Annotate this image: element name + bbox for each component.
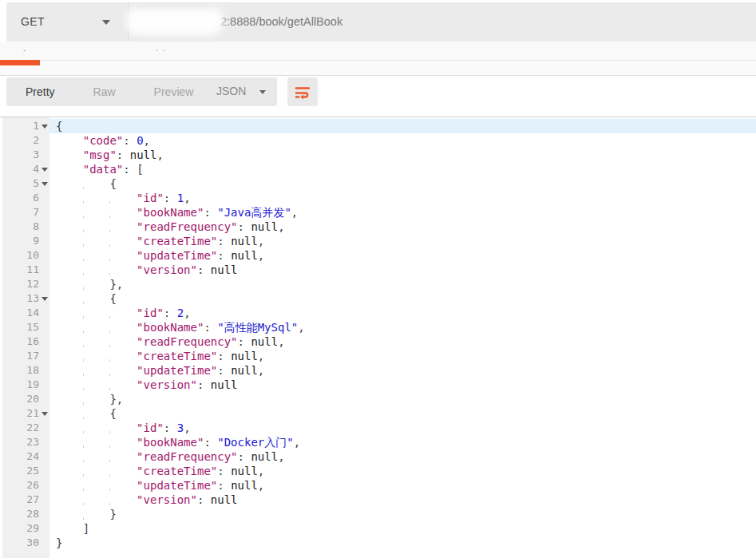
code-text: { xyxy=(49,291,756,306)
url-input[interactable]: 2:8888/book/getAllBook xyxy=(220,15,342,28)
code-line: 25"createTime": null, xyxy=(0,464,756,478)
raw-button[interactable]: Raw xyxy=(74,77,135,106)
postman-response-view: GET 2:8888/book/getAllBook BodyCookiesHe… xyxy=(0,0,756,558)
code-text: "bookName": "Docker入门", xyxy=(49,435,756,449)
code-line: 2"code": 0, xyxy=(0,133,756,148)
line-number: 16 xyxy=(0,334,49,349)
request-url-bar: GET 2:8888/book/getAllBook xyxy=(6,2,756,42)
code-text: "id": 1, xyxy=(49,191,756,205)
code-line: 24"readFrequency": null, xyxy=(0,449,756,464)
tabs-clip-window: BodyCookiesHeaders (4)Test Results xyxy=(0,50,756,57)
tab-body[interactable]: Body xyxy=(6,50,28,51)
tab-test-results[interactable]: Test Results xyxy=(188,50,240,51)
code-line: 19"version": null xyxy=(0,378,756,392)
code-line: 29] xyxy=(0,521,756,536)
code-text: "version": null xyxy=(49,263,756,277)
code-line: 13{ xyxy=(0,291,756,306)
code-line: 1{ xyxy=(0,119,756,133)
line-number: 19 xyxy=(0,378,49,392)
code-text: "readFrequency": null, xyxy=(49,334,756,349)
line-number: 6 xyxy=(0,191,49,205)
line-number: 26 xyxy=(0,478,49,493)
line-number: 18 xyxy=(0,363,49,378)
line-number: 14 xyxy=(0,306,49,320)
code-text: "createTime": null, xyxy=(49,349,756,363)
line-number: 13 xyxy=(0,291,49,306)
code-line: 21{ xyxy=(0,406,756,421)
code-line: 20}, xyxy=(0,392,756,406)
code-line: 16"readFrequency": null, xyxy=(0,334,756,349)
language-dropdown[interactable]: JSON xyxy=(205,77,277,106)
code-line: 28} xyxy=(0,507,756,521)
line-number: 10 xyxy=(0,248,49,263)
line-number: 2 xyxy=(0,133,49,148)
code-line: 23"bookName": "Docker入门", xyxy=(0,435,756,449)
code-text: }, xyxy=(49,277,756,291)
code-line: 12}, xyxy=(0,277,756,291)
tabs-strip-lower-band xyxy=(0,61,756,76)
code-text: "version": null xyxy=(49,493,756,507)
code-text: "updateTime": null, xyxy=(49,478,756,493)
code-text: "code": 0, xyxy=(49,133,756,148)
code-text: { xyxy=(49,406,756,421)
code-text: }, xyxy=(49,392,756,406)
response-body-panel[interactable]: 1{2"code": 0,3"msg": null,4"data": [5{6"… xyxy=(0,117,756,558)
line-number: 29 xyxy=(0,521,49,536)
method-label: GET xyxy=(21,15,45,28)
code-text: "updateTime": null, xyxy=(49,248,756,263)
code-line: 30} xyxy=(0,536,756,550)
code-text: "updateTime": null, xyxy=(49,363,756,378)
code-line: 3"msg": null, xyxy=(0,148,756,162)
line-number: 3 xyxy=(0,148,49,162)
preview-button[interactable]: Preview xyxy=(135,77,213,106)
code-text: "readFrequency": null, xyxy=(49,449,756,464)
line-number: 23 xyxy=(0,435,49,449)
fold-arrow-icon[interactable] xyxy=(42,412,48,416)
code-text: "version": null xyxy=(49,378,756,392)
code-text: ] xyxy=(49,521,756,536)
code-line: 26"updateTime": null, xyxy=(0,478,756,493)
code-text: "id": 2, xyxy=(49,306,756,320)
redaction-blur xyxy=(130,22,218,35)
code-text: "data": [ xyxy=(49,162,756,176)
wrap-text-button[interactable] xyxy=(287,77,318,106)
response-view-toolbar: Pretty Raw Preview JSON xyxy=(0,76,756,117)
line-number: 17 xyxy=(0,349,49,363)
code-line: 8"readFrequency": null, xyxy=(0,220,756,234)
code-line: 14"id": 2, xyxy=(0,306,756,320)
fold-arrow-icon[interactable] xyxy=(42,182,48,186)
code-text: } xyxy=(49,507,756,521)
code-line: 15"bookName": "高性能MySql", xyxy=(0,320,756,334)
code-text: { xyxy=(49,119,756,133)
active-tab-indicator xyxy=(0,60,40,65)
code-text: { xyxy=(49,176,756,191)
tab-count-badge: (4) xyxy=(154,50,166,51)
code-line: 10"updateTime": null, xyxy=(0,248,756,263)
code-line: 22"id": 3, xyxy=(0,421,756,435)
line-number: 20 xyxy=(0,392,49,406)
line-number: 15 xyxy=(0,320,49,334)
code-line: 11"version": null xyxy=(0,263,756,277)
chevron-down-icon xyxy=(102,20,110,25)
code-line: 4"data": [ xyxy=(0,162,756,176)
line-number: 21 xyxy=(0,406,49,421)
fold-arrow-icon[interactable] xyxy=(42,125,48,129)
code-line: 5{ xyxy=(0,176,756,191)
code-line: 7"bookName": "Java高并发", xyxy=(0,205,756,220)
line-number: 30 xyxy=(0,536,49,550)
line-number: 1 xyxy=(0,119,49,133)
pretty-button[interactable]: Pretty xyxy=(6,77,74,106)
code-text: "readFrequency": null, xyxy=(49,220,756,234)
line-number: 5 xyxy=(0,176,49,191)
tab-headers[interactable]: Headers (4) xyxy=(116,50,166,51)
fold-arrow-icon[interactable] xyxy=(42,297,48,301)
view-mode-segment: Pretty Raw Preview xyxy=(6,77,212,106)
method-dropdown[interactable]: GET xyxy=(6,2,129,42)
code-lines: 1{2"code": 0,3"msg": null,4"data": [5{6"… xyxy=(0,119,756,550)
language-label: JSON xyxy=(216,85,246,97)
line-number: 22 xyxy=(0,421,49,435)
code-text: "bookName": "高性能MySql", xyxy=(49,320,756,334)
fold-arrow-icon[interactable] xyxy=(42,168,48,172)
tab-cookies[interactable]: Cookies xyxy=(50,50,85,51)
code-line: 27"version": null xyxy=(0,493,756,507)
